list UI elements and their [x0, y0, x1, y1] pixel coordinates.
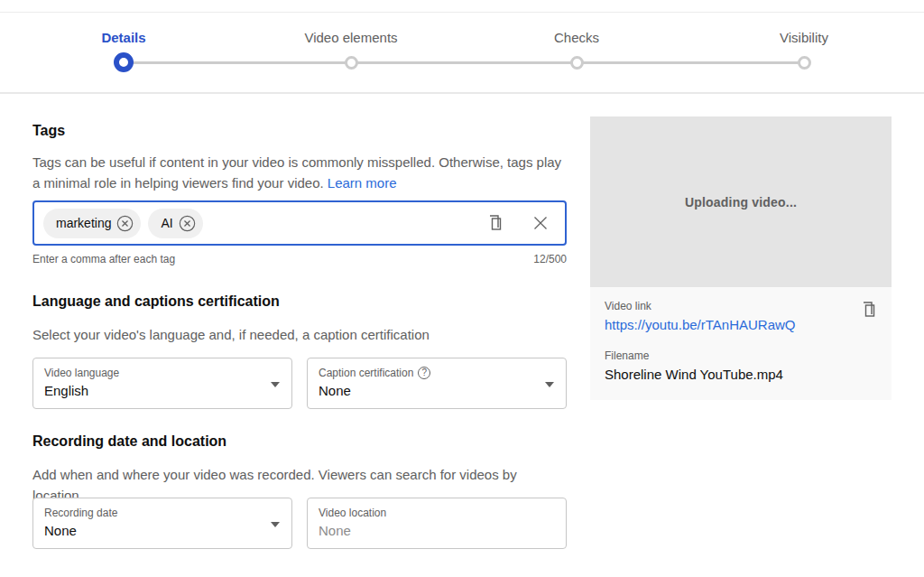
remove-tag-icon[interactable] — [179, 215, 196, 232]
caption-certification-label: Caption certification — [319, 367, 413, 379]
tab-checks-dot[interactable] — [570, 56, 584, 70]
tab-visibility-dot[interactable] — [798, 56, 811, 70]
language-section-description: Select your video's language and, if nee… — [32, 324, 567, 345]
tag-chip-list: marketing AI — [43, 209, 485, 238]
video-language-label: Video language — [44, 367, 259, 379]
learn-more-link[interactable]: Learn more — [328, 175, 397, 191]
copy-link-icon[interactable] — [859, 300, 879, 320]
tags-description-text: Tags can be useful if content in your vi… — [32, 154, 561, 191]
copy-tags-icon[interactable] — [485, 213, 505, 233]
tags-description: Tags can be useful if content in your vi… — [32, 152, 567, 193]
video-location-value: None — [319, 523, 533, 538]
video-location-field[interactable]: Video location None — [307, 498, 567, 549]
video-language-dropdown[interactable]: Video language English — [32, 358, 292, 409]
tags-input[interactable]: marketing AI — [32, 200, 567, 246]
filename-value: Shoreline Wind YouTube.mp4 — [605, 367, 877, 382]
video-preview-card: Uploading video... Video link https://yo… — [590, 116, 892, 400]
video-link-label: Video link — [605, 300, 877, 312]
tab-video-elements[interactable]: Video elements — [270, 30, 432, 70]
tab-checks[interactable]: Checks — [495, 30, 658, 70]
tag-chip: AI — [148, 209, 202, 238]
video-preview-area: Uploading video... — [590, 116, 892, 287]
recording-date-value: None — [44, 523, 259, 538]
filename-label: Filename — [605, 349, 877, 362]
chevron-down-icon — [271, 522, 280, 527]
uploading-status-text: Uploading video... — [685, 195, 797, 209]
tag-chip-label: AI — [161, 216, 172, 230]
recording-section-heading: Recording date and location — [32, 433, 226, 450]
recording-date-dropdown[interactable]: Recording date None — [32, 498, 292, 549]
language-section-heading: Language and captions certification — [32, 293, 280, 310]
tags-helper-text: Enter a comma after each tag — [32, 253, 175, 265]
stepper-connector-line — [124, 61, 804, 64]
tags-heading: Tags — [32, 123, 65, 139]
tab-checks-label: Checks — [554, 30, 599, 45]
tab-details-label: Details — [101, 30, 145, 45]
clear-tags-icon[interactable] — [531, 213, 550, 233]
tag-box-actions — [485, 213, 550, 233]
tab-visibility-label: Visibility — [780, 30, 828, 45]
chevron-down-icon — [271, 382, 280, 387]
video-language-value: English — [44, 383, 259, 398]
tag-chip-label: marketing — [56, 216, 111, 230]
tab-visibility[interactable]: Visibility — [723, 30, 885, 70]
tab-video-elements-label: Video elements — [304, 30, 397, 45]
video-link-url[interactable]: https://youtu.be/rTAnHAURawQ — [605, 317, 795, 332]
upload-stepper: Details Video elements Checks Visibility — [0, 0, 924, 92]
caption-certification-value: None — [319, 383, 533, 398]
tab-details[interactable]: Details — [42, 30, 205, 72]
video-location-label: Video location — [319, 507, 533, 519]
stepper-divider — [0, 92, 924, 94]
recording-date-label: Recording date — [44, 507, 259, 519]
chevron-down-icon — [545, 382, 554, 387]
help-icon[interactable]: ? — [418, 367, 430, 379]
caption-certification-dropdown[interactable]: Caption certification ? None — [307, 358, 567, 409]
tags-helper-row: Enter a comma after each tag 12/500 — [32, 253, 567, 265]
tag-chip: marketing — [43, 209, 141, 238]
tags-char-count: 12/500 — [533, 253, 567, 265]
tab-video-elements-dot[interactable] — [345, 56, 358, 70]
tab-details-dot[interactable] — [114, 52, 134, 72]
video-info-panel: Video link https://youtu.be/rTAnHAURawQ … — [590, 287, 892, 400]
remove-tag-icon[interactable] — [116, 215, 134, 232]
